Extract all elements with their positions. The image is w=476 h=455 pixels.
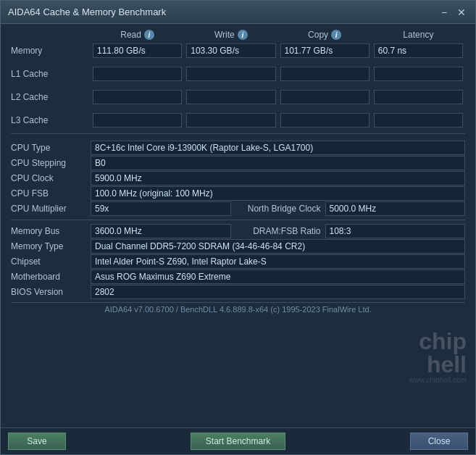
cpu-type-value: 8C+16c Intel Core i9-13900K (Raptor Lake…: [91, 141, 465, 155]
l1-write-field: [186, 67, 275, 81]
memory-type-value: Dual Channel DDR5-7200 SDRAM (34-46-46-8…: [91, 239, 465, 254]
save-button[interactable]: Save: [8, 433, 66, 450]
window-title: AIDA64 Cache & Memory Benchmark: [8, 7, 166, 17]
l2-read-field: [93, 90, 182, 104]
memory-copy-field: 101.77 GB/s: [280, 43, 369, 58]
dram-fsb-value: 108:3: [325, 224, 466, 238]
write-label: Write: [214, 30, 235, 40]
l2-cache-row: L2 Cache: [11, 89, 465, 105]
copy-info-icon[interactable]: i: [331, 30, 341, 40]
l3-latency-field: [374, 113, 463, 128]
chipset-value: Intel Alder Point-S Z690, Intel Raptor L…: [91, 254, 465, 269]
memory-bus-value: 3600.0 MHz: [91, 224, 231, 238]
memory-bus-label: Memory Bus: [11, 226, 91, 236]
motherboard-label: Motherboard: [11, 272, 91, 282]
chipset-row: Chipset Intel Alder Point-S Z690, Intel …: [11, 254, 465, 269]
cpu-mult-label: CPU Multiplier: [11, 204, 91, 214]
cpu-clock-value: 5900.0 MHz: [91, 171, 465, 185]
benchmark-button[interactable]: Start Benchmark: [191, 433, 285, 450]
bottom-bar: Save Start Benchmark Close: [1, 427, 475, 454]
l1-label: L1 Cache: [11, 69, 91, 79]
l1-latency-field: [374, 67, 463, 81]
close-button[interactable]: ✕: [455, 6, 468, 19]
read-info-icon[interactable]: i: [144, 30, 154, 40]
memory-type-label: Memory Type: [11, 241, 91, 251]
copy-label: Copy: [308, 30, 328, 40]
cpu-fsb-label: CPU FSB: [11, 188, 91, 199]
memory-latency-field: 60.7 ns: [374, 43, 463, 58]
l1-cache-row: L1 Cache: [11, 66, 465, 82]
memory-label: Memory: [11, 46, 91, 56]
memory-bus-dram-row: Memory Bus 3600.0 MHz DRAM:FSB Ratio 108…: [11, 224, 465, 238]
nb-clock-label: North Bridge Clock: [231, 204, 325, 214]
l2-copy-field: [280, 90, 369, 104]
motherboard-value: Asus ROG Maximus Z690 Extreme: [91, 270, 465, 284]
column-headers: Read i Write i Copy i Latency: [11, 30, 465, 40]
title-bar: AIDA64 Cache & Memory Benchmark − ✕: [1, 1, 475, 24]
content-wrapper: Read i Write i Copy i Latency Memory 11: [1, 24, 475, 427]
cpu-mult-value: 59x: [91, 201, 231, 216]
nb-clock-value: 5000.0 MHz: [325, 201, 466, 216]
cpu-fsb-row: CPU FSB 100.0 MHz (original: 100 MHz): [11, 186, 465, 201]
cpu-stepping-row: CPU Stepping B0: [11, 156, 465, 170]
system-info-section: CPU Type 8C+16c Intel Core i9-13900K (Ra…: [11, 141, 465, 300]
footer-text: AIDA64 v7.00.6700 / BenchDLL 4.6.889.8-x…: [11, 302, 465, 315]
minimize-button[interactable]: −: [438, 6, 451, 19]
l3-cache-row: L3 Cache: [11, 112, 465, 128]
l3-label: L3 Cache: [11, 115, 91, 125]
cpu-clock-row: CPU Clock 5900.0 MHz: [11, 171, 465, 185]
cpu-stepping-label: CPU Stepping: [11, 158, 91, 168]
chipset-label: Chipset: [11, 256, 91, 267]
dram-fsb-label: DRAM:FSB Ratio: [231, 226, 325, 236]
main-content: Read i Write i Copy i Latency Memory 11: [1, 24, 475, 427]
latency-label: Latency: [403, 30, 433, 40]
memory-row: Memory 111.80 GB/s 103.30 GB/s 101.77 GB…: [11, 43, 465, 59]
section-divider-2: [11, 220, 465, 220]
l2-write-field: [186, 90, 275, 104]
l3-write-field: [186, 113, 275, 128]
cpu-stepping-value: B0: [91, 156, 465, 170]
memory-type-row: Memory Type Dual Channel DDR5-7200 SDRAM…: [11, 239, 465, 254]
cpu-type-row: CPU Type 8C+16c Intel Core i9-13900K (Ra…: [11, 141, 465, 155]
col-write: Write i: [184, 30, 277, 40]
bios-row: BIOS Version 2802: [11, 285, 465, 299]
cpu-type-label: CPU Type: [11, 143, 91, 153]
l3-copy-field: [280, 113, 369, 128]
memory-write-field: 103.30 GB/s: [186, 43, 275, 58]
title-controls: − ✕: [438, 6, 468, 19]
l1-read-field: [93, 67, 182, 81]
bios-value: 2802: [91, 285, 465, 299]
bios-label: BIOS Version: [11, 287, 91, 297]
read-label: Read: [120, 30, 141, 40]
col-latency: Latency: [372, 30, 465, 40]
cpu-mult-nb-row: CPU Multiplier 59x North Bridge Clock 50…: [11, 201, 465, 216]
l1-copy-field: [280, 67, 369, 81]
col-copy: Copy i: [278, 30, 372, 40]
l2-latency-field: [374, 90, 463, 104]
memory-read-field: 111.80 GB/s: [93, 43, 182, 58]
cpu-fsb-value: 100.0 MHz (original: 100 MHz): [91, 186, 465, 201]
main-window: AIDA64 Cache & Memory Benchmark − ✕ Read…: [0, 0, 476, 455]
close-dialog-button[interactable]: Close: [410, 433, 468, 450]
motherboard-row: Motherboard Asus ROG Maximus Z690 Extrem…: [11, 270, 465, 284]
col-read: Read i: [91, 30, 184, 40]
write-info-icon[interactable]: i: [238, 30, 248, 40]
section-divider-1: [11, 133, 465, 134]
l2-label: L2 Cache: [11, 92, 91, 102]
cpu-clock-label: CPU Clock: [11, 173, 91, 183]
l3-read-field: [93, 113, 182, 128]
